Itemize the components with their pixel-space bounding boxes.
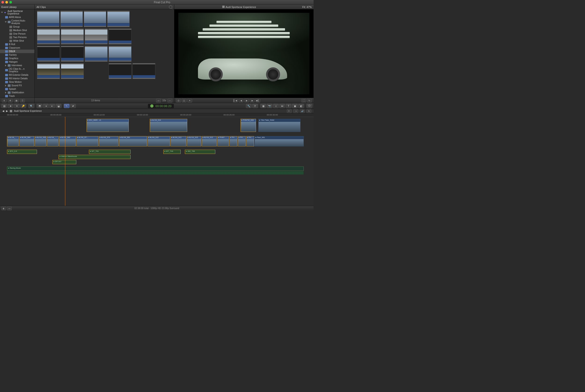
browser-body[interactable] [35, 9, 174, 98]
back-button[interactable]: ◀ [2, 110, 4, 112]
skimming-button[interactable]: ⇢ [293, 109, 298, 113]
tree-item[interactable]: OG Clips fo…n Graphics [0, 67, 35, 73]
audio-clip[interactable]: ▸ Interior Warehouse [59, 155, 131, 159]
play-back-button[interactable]: ◀ [239, 99, 243, 102]
dashboard-button[interactable]: ◐ [2, 206, 6, 210]
timeline-clip[interactable]: ▸ ALXA_… [7, 136, 19, 146]
gear-icon[interactable]: ✻ [8, 99, 13, 102]
trim-tool-button[interactable]: ⇄ [70, 104, 76, 108]
play-fwd-button[interactable]: ▶ [250, 99, 255, 102]
tree-item[interactable]: R8 Interior Details [0, 77, 35, 80]
tree-item[interactable]: Interviews [0, 64, 35, 67]
browser-clip[interactable] [37, 46, 60, 62]
tree-item[interactable]: Sound FX [0, 84, 35, 87]
timeline-clip[interactable]: ▸ ALXA_0J2 [147, 136, 170, 146]
tree-item[interactable]: ★Audi Sportscar Experience [0, 9, 35, 16]
browser-clip[interactable] [61, 63, 84, 79]
favorite-button[interactable]: ★ [8, 104, 13, 108]
tree-item[interactable]: ARRI Alexa [0, 16, 35, 19]
timeline-clip[interactable]: ▸ PH… [238, 136, 246, 146]
audio-clip[interactable]: ▸ Racing Music [7, 166, 304, 171]
browser-clip[interactable] [107, 11, 130, 27]
tree-item[interactable]: Halogen [0, 60, 35, 64]
overwrite-button[interactable]: ⬓ [56, 104, 61, 108]
retime-button[interactable]: ⏱ [252, 104, 258, 108]
viewer-zoom-label[interactable]: Fit: 47% [302, 6, 312, 8]
browser-clip[interactable] [133, 63, 155, 79]
timeline-clip[interactable]: ▸ ALXA_064 [19, 136, 34, 146]
timeline-clip[interactable]: ▸ ALXA_062 [59, 136, 76, 146]
themes-button[interactable]: ◧ [298, 104, 304, 108]
browser-filter-label[interactable]: All Clips [37, 6, 46, 8]
tree-item[interactable]: Two Persons [0, 36, 35, 39]
tree-item[interactable]: B Roll [0, 42, 35, 46]
tree-item[interactable]: Slow Motion [0, 80, 35, 84]
audio-clip[interactable]: ▸ SFX A7 [53, 160, 76, 164]
select-tool-button[interactable]: ↖ [64, 104, 70, 108]
browser-clip[interactable] [61, 28, 84, 44]
timeline-clip[interactable]: ▸ PH… [246, 136, 254, 146]
zoom-tool-button[interactable]: 🔍 [29, 104, 34, 108]
timeline-clip[interactable]: ▸ MVI_0005 - v1 [87, 119, 129, 132]
clip-appearance-button[interactable]: ▭ [156, 99, 161, 102]
prev-edit-button[interactable]: ▎◀ [233, 99, 238, 102]
zoom-window-icon[interactable] [9, 1, 12, 4]
fullscreen-button[interactable]: ⛶ [301, 99, 306, 102]
search-icon[interactable] [169, 6, 172, 9]
music-waveform[interactable] [7, 171, 304, 174]
filmstrip-view-button[interactable]: ▦ [14, 99, 19, 102]
tree-item[interactable]: Stabilization [0, 91, 35, 94]
tree-item[interactable]: One Person [0, 32, 35, 36]
list-view-button[interactable]: ☰ [20, 99, 25, 102]
duration-selector[interactable]: 10s [162, 99, 166, 102]
timeline-clip[interactable]: ▸ ALXA_014 [150, 119, 187, 132]
timeline-clip[interactable]: ▸ Paul_001 [255, 136, 304, 146]
transform-button[interactable]: ⊡ [176, 99, 181, 102]
timeline-clip[interactable]: ▸ ALXA_… [47, 136, 59, 146]
transitions-button[interactable]: ⋈ [279, 104, 285, 108]
viewer-canvas[interactable] [174, 9, 314, 98]
tools-menu-button[interactable]: 🔧 [246, 104, 252, 108]
timeline-clip[interactable]: ▸ ALXA_001 [119, 136, 147, 146]
audio-clip[interactable]: ▸ WT_T01 [89, 150, 131, 154]
timeline-ruler[interactable]: 00:00:00:0000:00:05:0000:00:10:0000:00:1… [0, 113, 314, 117]
browser-clip[interactable] [37, 11, 60, 27]
timeline-clip[interactable]: ▸ ALXA_020 [35, 136, 46, 146]
browser-clip[interactable] [84, 11, 106, 27]
tree-item[interactable]: Graphics [0, 56, 35, 60]
audio-clip[interactable]: ▸ 402_T06 [185, 150, 215, 154]
photos-browser-button[interactable]: 📷 [267, 104, 272, 108]
browser-clip[interactable] [85, 28, 108, 44]
crop-button[interactable]: ◫ [182, 99, 187, 102]
timeline-clip[interactable]: ▸ ALXA_07… [76, 136, 98, 146]
solo-button[interactable]: S [307, 109, 311, 113]
snap-button[interactable]: ⊢ [287, 109, 292, 113]
enhance-button[interactable]: ✦ [187, 99, 192, 102]
timeline-clip[interactable]: ▸ PHNTM_006 [241, 119, 256, 132]
import-button[interactable]: ⬇ [2, 99, 7, 102]
tree-item[interactable]: Medium Shot [0, 28, 35, 32]
inspector-button[interactable]: ⓘ [307, 104, 312, 108]
append-button[interactable]: ⇤ [49, 104, 55, 108]
tree-item[interactable]: Content Auto-Analysis [0, 19, 35, 25]
zoom-slider-icon[interactable]: — [168, 99, 172, 102]
music-browser-button[interactable]: ♫ [273, 104, 279, 108]
browser-clip[interactable] [37, 63, 60, 79]
browser-clip[interactable] [109, 63, 132, 79]
browser-clip[interactable] [109, 28, 132, 44]
browser-clip[interactable] [85, 46, 108, 62]
tree-item[interactable]: Factory [0, 53, 35, 56]
next-edit-button[interactable]: ▶▎ [256, 99, 260, 102]
tree-item[interactable]: DSLR [0, 50, 35, 53]
timeline-clip[interactable]: ▸ ALXA_073 [99, 136, 118, 146]
effects-browser-button[interactable]: ▦ [260, 104, 266, 108]
fwd-button[interactable]: ▶ [6, 110, 8, 112]
timeline-clip[interactable]: ▸ Title Plate_RAW [258, 119, 300, 132]
browser-clip[interactable] [60, 11, 83, 27]
reject-button[interactable]: ✕ [14, 104, 20, 108]
timeline-clip[interactable]: ▸ PH… [229, 136, 237, 146]
browser-clip[interactable] [37, 28, 60, 44]
audio-clip[interactable]: ▸ WT_T44 [163, 150, 181, 154]
timeline-clip[interactable]: ▸ ALXA_013 [202, 136, 217, 146]
tree-item[interactable]: Group [0, 25, 35, 28]
